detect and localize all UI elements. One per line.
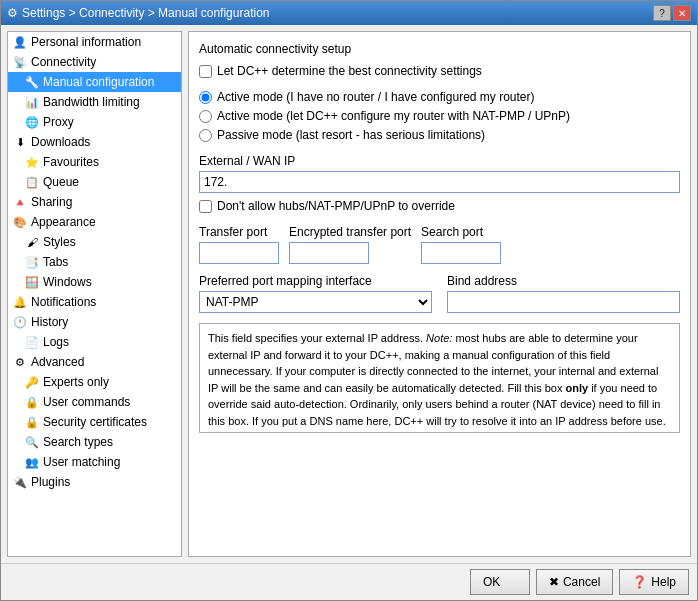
sidebar-label-manual-configuration: Manual configuration [43, 75, 154, 89]
sidebar-item-user-matching[interactable]: 👥User matching [8, 452, 181, 472]
sidebar-item-sharing[interactable]: 🔺Sharing [8, 192, 181, 212]
port-mapping-label: Preferred port mapping interface [199, 274, 432, 288]
auto-connectivity-label[interactable]: Let DC++ determine the best connectivity… [217, 64, 482, 78]
sidebar-label-tabs: Tabs [43, 255, 68, 269]
auto-connectivity-row: Let DC++ determine the best connectivity… [199, 64, 680, 78]
sidebar-item-history[interactable]: 🕐History [8, 312, 181, 332]
sharing-icon: 🔺 [12, 194, 28, 210]
wan-ip-label: External / WAN IP [199, 154, 680, 168]
sidebar-label-plugins: Plugins [31, 475, 70, 489]
logs-icon: 📄 [24, 334, 40, 350]
bind-address-field: Bind address [447, 274, 680, 313]
radio-label-2[interactable]: Passive mode (last resort - has serious … [217, 128, 485, 142]
sidebar-item-search-types[interactable]: 🔍Search types [8, 432, 181, 452]
sidebar-label-advanced: Advanced [31, 355, 84, 369]
sidebar-item-experts-only[interactable]: 🔑Experts only [8, 372, 181, 392]
user-matching-icon: 👥 [24, 454, 40, 470]
sidebar-item-windows[interactable]: 🪟Windows [8, 272, 181, 292]
sidebar-item-bandwidth-limiting[interactable]: 📊Bandwidth limiting [8, 92, 181, 112]
radio-active-mode-nat[interactable] [199, 110, 212, 123]
sidebar-label-user-commands: User commands [43, 395, 130, 409]
no-override-row: Don't allow hubs/NAT-PMP/UPnP to overrid… [199, 199, 680, 213]
title-bar: ⚙ Settings > Connectivity > Manual confi… [1, 1, 697, 25]
sidebar-label-appearance: Appearance [31, 215, 96, 229]
port-mapping-field: Preferred port mapping interface NAT-PMP… [199, 274, 432, 313]
help-icon: ❓ [632, 575, 647, 589]
bind-address-input[interactable] [447, 291, 680, 313]
radio-label-1[interactable]: Active mode (let DC++ configure my route… [217, 109, 570, 123]
sidebar-label-logs: Logs [43, 335, 69, 349]
encrypted-port-input[interactable] [289, 242, 369, 264]
favourites-icon: ⭐ [24, 154, 40, 170]
title-bar-buttons: ? ✕ [653, 5, 691, 21]
transfer-port-label: Transfer port [199, 225, 279, 239]
sidebar-item-manual-configuration[interactable]: 🔧Manual configuration [8, 72, 181, 92]
mapping-row: Preferred port mapping interface NAT-PMP… [199, 274, 680, 313]
help-button[interactable]: ❓ Help [619, 569, 689, 595]
port-mapping-select[interactable]: NAT-PMPUPnPNone [199, 291, 432, 313]
bottom-bar: OK ✖ Cancel ❓ Help [1, 563, 697, 600]
proxy-icon: 🌐 [24, 114, 40, 130]
sidebar-item-queue[interactable]: 📋Queue [8, 172, 181, 192]
search-port-input[interactable] [421, 242, 501, 264]
sidebar-item-connectivity[interactable]: 📡Connectivity [8, 52, 181, 72]
sidebar-item-security-certificates[interactable]: 🔒Security certificates [8, 412, 181, 432]
radio-label-0[interactable]: Active mode (I have no router / I have c… [217, 90, 534, 104]
search-port-field: Search port [421, 225, 501, 264]
plugins-icon: 🔌 [12, 474, 28, 490]
no-override-checkbox[interactable] [199, 200, 212, 213]
sidebar-label-queue: Queue [43, 175, 79, 189]
sidebar-item-notifications[interactable]: 🔔Notifications [8, 292, 181, 312]
close-title-btn[interactable]: ✕ [673, 5, 691, 21]
sidebar-label-bandwidth-limiting: Bandwidth limiting [43, 95, 140, 109]
radio-active-mode-manual[interactable] [199, 91, 212, 104]
windows-icon: 🪟 [24, 274, 40, 290]
sidebar-item-user-commands[interactable]: 🔒User commands [8, 392, 181, 412]
sidebar-item-logs[interactable]: 📄Logs [8, 332, 181, 352]
cancel-icon: ✖ [549, 575, 559, 589]
queue-icon: 📋 [24, 174, 40, 190]
sidebar-item-plugins[interactable]: 🔌Plugins [8, 472, 181, 492]
search-types-icon: 🔍 [24, 434, 40, 450]
sidebar: 👤Personal information📡Connectivity🔧Manua… [7, 31, 182, 557]
appearance-icon: 🎨 [12, 214, 28, 230]
main-panel: Automatic connectivity setup Let DC++ de… [188, 31, 691, 557]
help-title-btn[interactable]: ? [653, 5, 671, 21]
user-commands-icon: 🔒 [24, 394, 40, 410]
sidebar-label-experts-only: Experts only [43, 375, 109, 389]
sidebar-item-advanced[interactable]: ⚙Advanced [8, 352, 181, 372]
cancel-button[interactable]: ✖ Cancel [536, 569, 613, 595]
sidebar-label-favourites: Favourites [43, 155, 99, 169]
search-port-label: Search port [421, 225, 501, 239]
encrypted-port-field: Encrypted transfer port [289, 225, 411, 264]
sidebar-item-downloads[interactable]: ⬇Downloads [8, 132, 181, 152]
sidebar-item-proxy[interactable]: 🌐Proxy [8, 112, 181, 132]
sidebar-label-history: History [31, 315, 68, 329]
personal-information-icon: 👤 [12, 34, 28, 50]
sidebar-label-security-certificates: Security certificates [43, 415, 147, 429]
sidebar-label-connectivity: Connectivity [31, 55, 96, 69]
section-title: Automatic connectivity setup [199, 42, 680, 56]
connectivity-icon: 📡 [12, 54, 28, 70]
radio-passive-mode[interactable] [199, 129, 212, 142]
sidebar-item-tabs[interactable]: 📑Tabs [8, 252, 181, 272]
sidebar-label-personal-information: Personal information [31, 35, 141, 49]
ok-button[interactable]: OK [470, 569, 530, 595]
tabs-icon: 📑 [24, 254, 40, 270]
no-override-label[interactable]: Don't allow hubs/NAT-PMP/UPnP to overrid… [217, 199, 455, 213]
bind-address-label: Bind address [447, 274, 680, 288]
sidebar-item-favourites[interactable]: ⭐Favourites [8, 152, 181, 172]
sidebar-label-user-matching: User matching [43, 455, 120, 469]
transfer-port-input[interactable] [199, 242, 279, 264]
advanced-icon: ⚙ [12, 354, 28, 370]
sidebar-item-appearance[interactable]: 🎨Appearance [8, 212, 181, 232]
info-box: This field specifies your external IP ad… [199, 323, 680, 433]
wan-ip-input[interactable] [199, 171, 680, 193]
sidebar-item-styles[interactable]: 🖌Styles [8, 232, 181, 252]
manual-configuration-icon: 🔧 [24, 74, 40, 90]
encrypted-port-label: Encrypted transfer port [289, 225, 411, 239]
auto-connectivity-checkbox[interactable] [199, 65, 212, 78]
radio-row-0: Active mode (I have no router / I have c… [199, 90, 680, 104]
radio-row-1: Active mode (let DC++ configure my route… [199, 109, 680, 123]
sidebar-item-personal-information[interactable]: 👤Personal information [8, 32, 181, 52]
